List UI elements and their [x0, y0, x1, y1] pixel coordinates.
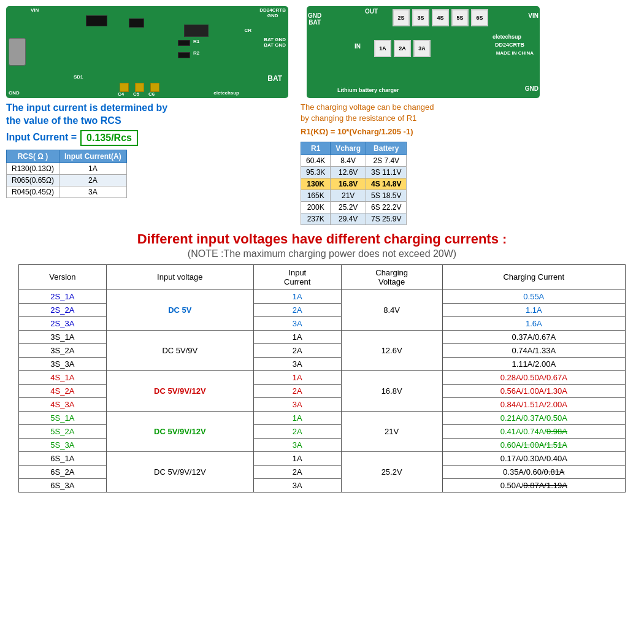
bat-2s: 2S 7.4V	[366, 155, 407, 166]
bat-4s: 4S 14.8V	[366, 178, 407, 190]
vcharg-84: 8.4V	[331, 155, 366, 166]
pcb-sd1-label: SD1	[74, 74, 83, 80]
r1-row-237k: 237K 29.4V 7S 25.9V	[301, 213, 407, 224]
cur-6s-3a: 3A	[253, 478, 341, 492]
pad-4s: 4S	[432, 9, 449, 26]
chvolt-168: 16.8V	[341, 370, 442, 411]
cur-4s-2a: 2A	[253, 384, 341, 397]
formula-value: 0.135/Rcs	[80, 130, 138, 146]
r2-label: R2	[193, 50, 199, 56]
cc-6s-2a: 0.35A/0.60/0.81A	[442, 465, 625, 478]
volt-dc5v9v12v-green: DC 5V/9V/12V	[106, 411, 253, 451]
vcharg-252: 25.2V	[331, 201, 366, 213]
main-table: Version Input voltage InputCurrent Charg…	[18, 264, 626, 493]
strike-6s-2a: 0.81A	[544, 467, 565, 477]
ver-2s-2a: 2S_2A	[19, 303, 107, 316]
formula-line: Input Current = 0.135/Rcs	[6, 130, 288, 146]
brand-right: eletechsup	[493, 34, 521, 40]
cc-2s-2a: 1.1A	[442, 303, 625, 316]
cur-6s-1a: 1A	[253, 451, 341, 465]
pcb-bat-gnd: BAT GNDBAT GND	[264, 37, 286, 48]
r1-row-200k: 200K 25.2V 6S 22.2V	[301, 201, 407, 213]
pcb-cr-label: CR	[244, 28, 251, 33]
rcs-row-1: R130(0.13Ω) 1A	[7, 163, 127, 174]
pad2	[135, 83, 144, 92]
ver-4s-2a: 4S_2A	[19, 384, 107, 397]
rcs-r130: R130(0.13Ω)	[7, 163, 59, 174]
r1-row-953k: 95.3K 12.6V 3S 11.1V	[301, 166, 407, 178]
pcb-brand-left: eletechsup	[213, 90, 239, 96]
strike-6s-3a: 0.87A/1.19A	[523, 481, 567, 490]
r1-200k: 200K	[301, 201, 331, 213]
ver-6s-1a: 6S_1A	[19, 451, 107, 465]
gnd-right-r: GND	[525, 85, 539, 92]
r1-label: R1	[193, 39, 199, 44]
rcs-table: RCS( Ω ) Input Current(A) R130(0.13Ω) 1A…	[6, 150, 127, 198]
sub-title: (NOTE :The maximum charging power does n…	[6, 248, 638, 259]
vcharg-168: 16.8V	[331, 178, 366, 190]
desc-right: Lithium battery charger	[337, 87, 399, 93]
volt-dc5v9v12v-red: DC 5V/9V/12V	[106, 370, 253, 411]
strike-5s-3a: 1.00A/1.51A	[523, 440, 567, 450]
r1-237k: 237K	[301, 213, 331, 224]
pcb-gnd-bottom: GND	[9, 90, 20, 96]
input-pads: 1A 2A 3A	[374, 40, 431, 57]
cc-4s-3a: 0.84A/1.51A/2.00A	[442, 397, 625, 411]
pad-1a: 1A	[374, 40, 391, 57]
r1-953k: 95.3K	[301, 166, 331, 178]
rcs-r045: R045(0.45Ω)	[7, 186, 59, 197]
r1-130k: 130K	[301, 178, 331, 190]
gnd-label-r: GNDBAT	[308, 12, 321, 26]
bat-5s: 5S 18.5V	[366, 190, 407, 201]
pad-5s: 5S	[451, 9, 469, 26]
pcb-right: OUT 2S 3S 4S 5S 6S GNDBAT VIN GND IN 1A …	[307, 6, 638, 98]
ver-5s-3a: 5S_3A	[19, 438, 107, 451]
r2-chip	[178, 52, 190, 58]
cur-5s-2a: 2A	[253, 424, 341, 438]
cc-4s-2a: 0.56A/1.00A/1.30A	[442, 384, 625, 397]
comp1	[86, 15, 107, 26]
main-table-header: Version Input voltage InputCurrent Charg…	[19, 264, 626, 289]
vcharg-126: 12.6V	[331, 166, 366, 178]
comp3	[184, 25, 209, 37]
r1-604k: 60.4K	[301, 155, 331, 166]
cur-3s-2a: 2A	[253, 343, 341, 357]
col-charging-current: Charging Current	[442, 264, 625, 289]
pad-3a: 3A	[413, 40, 431, 57]
cc-2s-3a: 1.6A	[442, 316, 625, 330]
cur-3s-3a: 3A	[253, 357, 341, 370]
chvolt-21: 21V	[341, 411, 442, 451]
pcb-gnd-top: DD24CRTBGND	[259, 7, 286, 18]
top-info: The input current is determined by the v…	[0, 98, 644, 225]
pad-2s: 2S	[393, 9, 410, 26]
r1-header-r1: R1	[301, 142, 331, 155]
strike-5s-2a: 0.98A	[546, 427, 567, 436]
comp2	[129, 18, 144, 28]
cur-2s-3a: 3A	[253, 316, 341, 330]
chvolt-84: 8.4V	[341, 289, 442, 330]
r1-165k: 165K	[301, 190, 331, 201]
vin-label-r: VIN	[528, 12, 539, 19]
row-2s-1a: 2S_1A DC 5V 1A 8.4V 0.55A	[19, 289, 626, 303]
rcs-1a: 1A	[59, 163, 127, 174]
row-4s-1a: 4S_1A DC 5V/9V/12V 1A 16.8V 0.28A/0.50A/…	[19, 370, 626, 384]
right-info: The charging voltage can be changed by c…	[301, 102, 638, 225]
pad1	[120, 83, 129, 92]
cc-5s-2a: 0.41A/0.74A/0.98A	[442, 424, 625, 438]
pcb-vin-label: VIN	[31, 7, 39, 13]
ver-2s-1a: 2S_1A	[19, 289, 107, 303]
volt-dc5v9v: DC 5V/9V	[106, 330, 253, 370]
in-label-r: IN	[355, 43, 361, 50]
rcs-r065: R065(0.65Ω)	[7, 174, 59, 186]
middle-text: Different input voltages have different …	[0, 225, 644, 262]
input-current-desc: The input current is determined by the v…	[6, 102, 288, 128]
cur-6s-2a: 2A	[253, 465, 341, 478]
pad-2a: 2A	[394, 40, 411, 57]
ver-3s-3a: 3S_3A	[19, 357, 107, 370]
cur-4s-3a: 3A	[253, 397, 341, 411]
cur-4s-1a: 1A	[253, 370, 341, 384]
ver-4s-3a: 4S_3A	[19, 397, 107, 411]
cur-2s-1a: 1A	[253, 289, 341, 303]
r1-header-vcharg: Vcharg	[331, 142, 366, 155]
r1-row-130k: 130K 16.8V 4S 14.8V	[301, 178, 407, 190]
